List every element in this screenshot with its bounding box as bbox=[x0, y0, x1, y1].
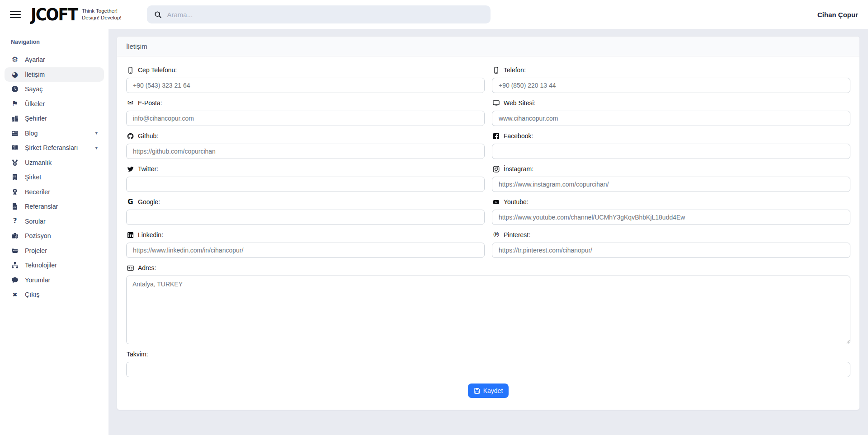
chevron-down-icon: ▾ bbox=[95, 130, 98, 136]
adres-textarea[interactable]: Antalya, TURKEY bbox=[126, 276, 850, 344]
eposta-input[interactable] bbox=[126, 111, 485, 126]
sidebar-item-blog[interactable]: Blog ▾ bbox=[5, 126, 104, 141]
main-content: İletişim Cep Telefonu: bbox=[108, 29, 868, 435]
field-twitter: Twitter: bbox=[126, 165, 485, 192]
twitter-input[interactable] bbox=[126, 177, 485, 192]
brand-logo[interactable]: JCOFT Think Together! Design! Develop! bbox=[31, 7, 122, 22]
sidebar-item-label: Şehirler bbox=[25, 115, 47, 122]
google-input[interactable] bbox=[126, 210, 485, 225]
address-card-icon bbox=[127, 265, 134, 271]
sidebar: Navigation ⚙ Ayarlar ◕ İletişim Sayaç ⚑ … bbox=[0, 29, 108, 435]
sidebar-item-yorumlar[interactable]: Yorumlar bbox=[5, 273, 104, 288]
sidebar-item-ayarlar[interactable]: ⚙ Ayarlar bbox=[5, 52, 104, 67]
github-input[interactable] bbox=[126, 144, 485, 159]
network-icon bbox=[11, 262, 19, 269]
sidebar-item-teknolojiler[interactable]: Teknolojiler bbox=[5, 258, 104, 273]
instagram-icon bbox=[492, 166, 500, 173]
sidebar-item-label: Uzmanlık bbox=[25, 159, 52, 166]
award-icon bbox=[11, 188, 19, 196]
sidebar-item-label: Ayarlar bbox=[25, 56, 45, 63]
close-icon: ✖ bbox=[11, 292, 19, 298]
field-label: Youtube: bbox=[492, 198, 850, 206]
instagram-input[interactable] bbox=[492, 177, 850, 192]
field-label: Adres: bbox=[127, 264, 850, 271]
contact-form: Cep Telefonu: Telefon: bbox=[117, 56, 859, 410]
field-facebook: Facebook: bbox=[492, 132, 850, 159]
field-label: G Google: bbox=[127, 198, 485, 206]
sidebar-item-label: Beceriler bbox=[25, 188, 50, 196]
building-icon bbox=[11, 173, 19, 181]
folder-open-icon bbox=[11, 247, 19, 254]
search-icon bbox=[154, 11, 162, 19]
sidebar-item-iletisim[interactable]: ◕ İletişim bbox=[5, 67, 104, 82]
pinterest-icon: ℗ bbox=[492, 231, 500, 239]
web-sitesi-input[interactable] bbox=[492, 111, 850, 126]
search-input[interactable] bbox=[167, 11, 483, 19]
facebook-input[interactable] bbox=[492, 144, 850, 159]
brand-tagline: Think Together! Design! Develop! bbox=[82, 8, 122, 21]
sidebar-item-pozisyon[interactable]: Pozisyon bbox=[5, 229, 104, 243]
sidebar-item-sirket-referanslari[interactable]: Şirket Referansları ▾ bbox=[5, 140, 104, 155]
telefon-input[interactable] bbox=[492, 78, 850, 93]
form-grid: Cep Telefonu: Telefon: bbox=[126, 66, 850, 264]
field-label: Telefon: bbox=[492, 66, 850, 74]
field-pinterest: ℗ Pinterest: bbox=[492, 231, 850, 258]
cep-telefonu-input[interactable] bbox=[126, 78, 485, 93]
chart-pie-icon: ◕ bbox=[11, 71, 19, 78]
field-adres: Adres: Antalya, TURKEY bbox=[126, 264, 850, 344]
field-cep-telefonu: Cep Telefonu: bbox=[126, 66, 485, 93]
linkedin-input[interactable] bbox=[126, 243, 485, 258]
clock-icon bbox=[11, 85, 19, 93]
sidebar-item-sehirler[interactable]: Şehirler bbox=[5, 111, 104, 126]
sidebar-item-label: Yorumlar bbox=[25, 276, 50, 284]
gear-icon: ⚙ bbox=[11, 56, 19, 63]
brand-text: JCOFT bbox=[31, 6, 77, 23]
hamburger-menu-icon[interactable] bbox=[10, 11, 21, 18]
sidebar-item-label: Ülkeler bbox=[25, 100, 45, 108]
sidebar-item-label: İletişim bbox=[25, 71, 45, 78]
youtube-input[interactable] bbox=[492, 210, 850, 225]
sidebar-item-cikis[interactable]: ✖ Çıkış bbox=[5, 287, 104, 302]
sidebar-item-uzmanlik[interactable]: Uzmanlık bbox=[5, 155, 104, 170]
google-icon: G bbox=[127, 199, 134, 206]
sidebar-item-sayac[interactable]: Sayaç bbox=[5, 82, 104, 97]
chevron-down-icon: ▾ bbox=[95, 145, 98, 151]
pinterest-input[interactable] bbox=[492, 243, 850, 258]
sidebar-item-label: Şirket Referansları bbox=[25, 144, 78, 151]
newspaper-icon bbox=[11, 130, 19, 137]
sidebar-item-referanslar[interactable]: Referanslar bbox=[5, 199, 104, 214]
field-web-sitesi: Web Sitesi: bbox=[492, 99, 850, 126]
flag-icon: ⚑ bbox=[11, 100, 19, 108]
user-name[interactable]: Cihan Çopur bbox=[817, 11, 858, 19]
field-instagram: İnstagram: bbox=[492, 165, 850, 192]
field-label: ✉ E-Posta: bbox=[127, 99, 485, 107]
envelope-icon: ✉ bbox=[127, 99, 134, 107]
sidebar-item-ulkeler[interactable]: ⚑ Ülkeler bbox=[5, 97, 104, 112]
app-root: JCOFT Think Together! Design! Develop! C… bbox=[0, 0, 868, 435]
sidebar-heading: Navigation bbox=[11, 39, 98, 45]
mobile-icon bbox=[127, 67, 134, 74]
field-telefon: Telefon: bbox=[492, 66, 850, 93]
search-bar[interactable] bbox=[147, 5, 491, 23]
field-github: Github: bbox=[126, 132, 485, 159]
sidebar-item-projeler[interactable]: Projeler bbox=[5, 243, 104, 258]
field-takvim: Takvim: bbox=[126, 351, 850, 377]
sidebar-item-sorular[interactable]: ? Sorular bbox=[5, 214, 104, 229]
github-icon bbox=[127, 133, 134, 140]
field-label: Facebook: bbox=[492, 132, 850, 140]
field-label: Cep Telefonu: bbox=[127, 66, 485, 74]
takvim-input[interactable] bbox=[126, 362, 850, 377]
sidebar-item-label: Sorular bbox=[25, 218, 46, 225]
sidebar-item-sirket[interactable]: Şirket bbox=[5, 170, 104, 185]
city-icon bbox=[11, 115, 19, 122]
sidebar-item-label: Sayaç bbox=[25, 85, 42, 93]
sidebar-item-beceriler[interactable]: Beceriler bbox=[5, 185, 104, 200]
save-button[interactable]: Kaydet bbox=[468, 384, 509, 398]
sidebar-item-label: Pozisyon bbox=[25, 232, 51, 239]
field-label: Github: bbox=[127, 132, 485, 140]
file-chart-icon bbox=[11, 203, 19, 210]
linkedin-icon bbox=[127, 232, 134, 239]
field-label: Twitter: bbox=[127, 165, 485, 173]
twitter-icon bbox=[127, 166, 134, 173]
youtube-icon bbox=[492, 199, 500, 206]
